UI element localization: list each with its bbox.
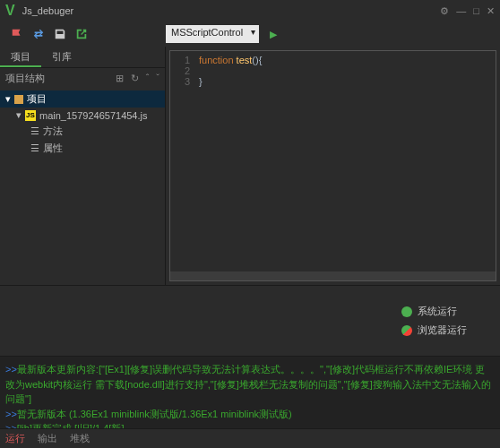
dropdown-value: MSScriptControl — [171, 27, 243, 38]
folder-icon — [14, 95, 23, 104]
app-title: Js_debuger — [22, 5, 74, 16]
tab-project[interactable]: 项目 — [0, 47, 41, 67]
export-icon[interactable] — [75, 28, 88, 40]
minimize-icon[interactable]: — — [456, 5, 466, 17]
js-file-icon: JS — [25, 110, 36, 121]
swap-icon[interactable] — [32, 28, 45, 40]
console-line: >>最新版本更新内容:["[Ex1][修复]误删代码导致无法计算表达式。。。。"… — [5, 362, 495, 407]
line-number: 2 — [170, 65, 199, 76]
browser-run-label: 浏览器运行 — [418, 323, 467, 337]
panel-title: 项目结构 — [5, 72, 45, 85]
console-panel: >>最新版本更新内容:["[Ex1][修复]误删代码导致无法计算表达式。。。。"… — [0, 357, 500, 428]
line-number: 3 — [170, 76, 199, 87]
project-tree: ▾ 项目 ▾ JS main_1579246571454.js ☰ 方法 ☰ 属… — [0, 89, 165, 285]
bottom-tab-run[interactable]: 运行 — [5, 432, 25, 445]
tree-props[interactable]: ☰ 属性 — [0, 140, 165, 157]
close-icon[interactable]: ✕ — [487, 5, 495, 17]
save-icon[interactable] — [54, 28, 66, 40]
maximize-icon[interactable]: □ — [473, 5, 479, 17]
horizontal-scrollbar[interactable] — [170, 271, 496, 280]
chevron-down-icon: ▾ — [16, 109, 22, 121]
browser-run-option[interactable]: 浏览器运行 — [401, 323, 491, 337]
tree-methods-label: 方法 — [43, 125, 63, 138]
code-editor[interactable]: 1function test(){ 2 3} — [169, 50, 496, 281]
line-number: 1 — [170, 55, 199, 65]
tree-file[interactable]: ▾ JS main_1579246571454.js — [0, 108, 165, 123]
settings-icon[interactable]: ⚙ — [440, 5, 449, 17]
output-panel — [0, 286, 392, 356]
tab-import[interactable]: 引库 — [41, 47, 82, 67]
tree-root-label: 项目 — [27, 92, 47, 106]
expand-icon[interactable]: ˇ — [156, 73, 159, 84]
list-icon: ☰ — [30, 142, 39, 154]
script-engine-dropdown[interactable]: MSScriptControl — [166, 25, 259, 43]
flag-icon[interactable] — [11, 28, 23, 40]
chrome-icon — [401, 325, 412, 336]
system-run-option[interactable]: 系统运行 — [401, 305, 491, 318]
tree-root[interactable]: ▾ 项目 — [0, 90, 165, 108]
app-logo: V — [5, 3, 15, 19]
tree-methods[interactable]: ☰ 方法 — [0, 123, 165, 140]
system-run-label: 系统运行 — [418, 305, 457, 318]
console-line: >>[lib]更新完成.[|旧]/1.4[新] — [5, 421, 495, 428]
chevron-down-icon: ▾ — [5, 93, 11, 105]
bottom-tab-stack[interactable]: 堆栈 — [70, 432, 90, 445]
run-button[interactable]: ▶ — [270, 29, 277, 40]
refresh-icon[interactable]: ↻ — [131, 73, 139, 84]
new-folder-icon[interactable]: ⊞ — [116, 73, 124, 84]
tree-props-label: 属性 — [43, 142, 63, 155]
collapse-icon[interactable]: ˆ — [146, 73, 150, 84]
console-line: >>暂无新版本 (1.36Ex1 miniblink测试版/1.36Ex1 mi… — [5, 407, 495, 422]
bottom-tab-output[interactable]: 输出 — [38, 432, 57, 445]
play-circle-icon — [401, 306, 412, 317]
tree-file-label: main_1579246571454.js — [39, 110, 148, 121]
list-icon: ☰ — [30, 125, 39, 137]
